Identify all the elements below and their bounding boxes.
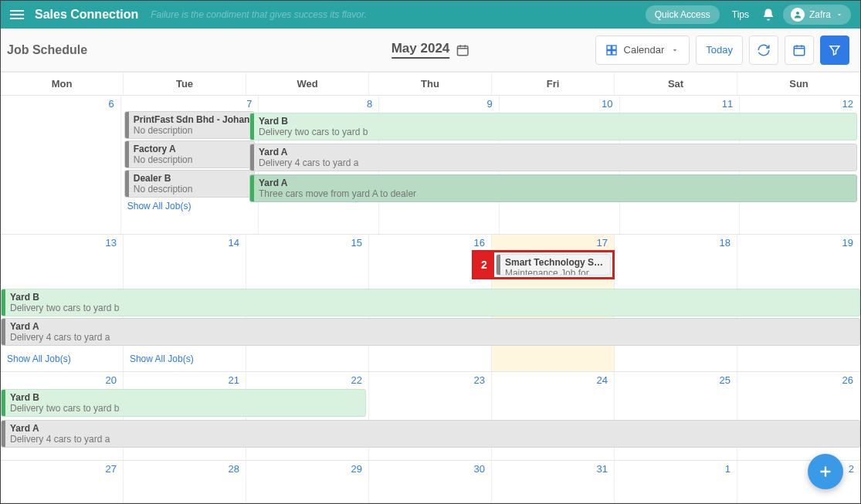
date-number: 26 [842, 374, 853, 386]
calendar-cell[interactable]: 7 PrintFast Sdn Bhd - JohanNo descriptio… [121, 96, 259, 234]
date-number: 9 [487, 98, 493, 110]
event-desc: Delivery two cars to yard b [10, 403, 361, 414]
svg-rect-2 [607, 46, 611, 49]
add-job-fab[interactable] [808, 454, 843, 489]
day-header: Fri [492, 73, 615, 95]
svg-rect-5 [612, 50, 615, 54]
calendar-cell[interactable]: 29 [246, 461, 369, 502]
svg-rect-3 [612, 46, 615, 49]
calendar-week-row: 13 14 15 16 17 18 19 2 Smart Technology … [1, 235, 860, 372]
date-number: 25 [720, 374, 730, 386]
brand: Sales Connection [35, 8, 138, 22]
calendar-week-row: 27 28 29 30 31 1 2 [1, 461, 860, 503]
date-number: 1 [725, 463, 730, 475]
highlight-badge: 2 [474, 252, 494, 277]
job-event-span[interactable]: Yard BDelivery two cars to yard b [1, 289, 860, 316]
date-number: 28 [229, 463, 239, 475]
highlighted-job[interactable]: 2 Smart Technology Sdn B…Maintenance Job… [472, 250, 615, 279]
calendar-week-row: 6 7 PrintFast Sdn Bhd - JohanNo descript… [1, 96, 860, 235]
event-desc: Delivery two cars to yard b [259, 127, 852, 137]
filter-icon [828, 43, 842, 57]
date-number: 16 [474, 237, 485, 249]
user-menu[interactable]: Zafra [783, 5, 851, 25]
event-title: PrintFast Sdn Bhd - Johan [134, 114, 250, 125]
date-number: 13 [106, 237, 117, 249]
job-event-span[interactable]: Yard AThree cars move from yard A to dea… [249, 174, 857, 202]
date-number: 6 [108, 98, 114, 110]
bell-icon[interactable] [761, 8, 775, 22]
hamburger-icon[interactable] [10, 10, 24, 19]
job-event-span[interactable]: Yard ADelivery 4 cars to yard a [249, 144, 857, 171]
svg-rect-1 [458, 46, 469, 55]
calendar-body: 6 7 PrintFast Sdn Bhd - JohanNo descript… [1, 96, 860, 503]
show-all-link[interactable]: Show All Job(s) [7, 353, 71, 364]
date-number: 19 [842, 237, 853, 249]
page-title: Job Schedule [7, 43, 87, 57]
event-title: Yard A [259, 147, 852, 157]
tagline: Failure is the condiment that gives succ… [151, 9, 367, 20]
job-event-span[interactable]: Yard ADelivery 4 cars to yard a [1, 318, 860, 346]
calendar-cell[interactable]: 6 [1, 96, 121, 234]
calendar-icon [456, 43, 469, 57]
calendar-weekday-header: Mon Tue Wed Thu Fri Sat Sun [1, 72, 860, 96]
user-name: Zafra [809, 9, 831, 20]
calendar-cell[interactable]: 28 [124, 461, 246, 502]
show-all-link[interactable]: Show All Job(s) [130, 353, 194, 364]
job-event-span[interactable]: Yard ADelivery 4 cars to yard a [1, 420, 860, 448]
event-title: Dealer B [134, 173, 250, 184]
topbar: Sales Connection Failure is the condimen… [1, 1, 860, 29]
calendar-cell[interactable]: 30 [369, 461, 492, 502]
event-desc: Delivery 4 cars to yard a [10, 434, 855, 445]
show-all-link[interactable]: Show All Job(s) [127, 201, 253, 211]
svg-rect-6 [794, 46, 805, 55]
calendar-button[interactable] [785, 36, 814, 65]
day-header: Sun [737, 73, 860, 95]
date-number: 14 [229, 237, 239, 249]
job-event-span[interactable]: Yard BDelivery two cars to yard b [1, 389, 366, 417]
tips-button[interactable]: Tips [727, 5, 754, 24]
event-title: Yard B [10, 392, 361, 403]
event-desc: Maintenance Job for mac… [505, 268, 605, 276]
month-picker[interactable]: May 2024 [392, 41, 470, 59]
chevron-down-icon [836, 11, 843, 19]
event-desc: Delivery 4 cars to yard a [10, 332, 855, 343]
quick-access-button[interactable]: Quick Access [646, 5, 720, 24]
date-number: 2 [849, 463, 854, 475]
event-title: Smart Technology Sdn B… [505, 257, 605, 268]
event-title: Yard B [10, 292, 855, 303]
job-event[interactable]: Factory ANo description [124, 140, 256, 168]
job-event[interactable]: Dealer BNo description [124, 170, 256, 198]
calendar-week-row: 20 21 22 23 24 25 26 Yard BDelivery two … [1, 372, 860, 461]
date-number: 23 [474, 374, 485, 386]
day-header: Tue [124, 73, 246, 95]
date-number: 10 [602, 98, 612, 110]
event-desc: Three cars move from yard A to dealer [259, 188, 852, 199]
event-desc: Delivery 4 cars to yard a [259, 157, 852, 168]
date-number: 24 [597, 374, 608, 386]
job-event[interactable]: PrintFast Sdn Bhd - JohanNo description [124, 111, 256, 139]
view-selector[interactable]: Calendar [595, 36, 690, 65]
event-desc: No description [134, 125, 250, 136]
date-number: 11 [722, 98, 733, 110]
date-number: 7 [246, 98, 252, 110]
day-header: Thu [369, 73, 492, 95]
date-number: 29 [351, 463, 362, 475]
job-event-span[interactable]: Yard BDelivery two cars to yard b [249, 113, 857, 140]
chevron-down-icon [670, 46, 680, 55]
event-title: Yard A [10, 423, 855, 434]
toolbar: Job Schedule May 2024 Calendar Today [1, 29, 860, 72]
date-number: 21 [229, 374, 239, 386]
calendar-icon [792, 43, 806, 57]
refresh-button[interactable] [749, 36, 778, 65]
calendar-cell[interactable]: 1 [615, 461, 737, 502]
calendar-cell[interactable]: 31 [492, 461, 615, 502]
filter-button[interactable] [820, 36, 849, 65]
day-header: Sat [615, 73, 737, 95]
today-button[interactable]: Today [696, 36, 743, 65]
refresh-icon [757, 43, 771, 57]
view-label: Calendar [624, 44, 665, 56]
event-desc: No description [134, 154, 250, 165]
plus-icon [817, 463, 834, 480]
calendar-cell[interactable]: 27 [1, 461, 124, 502]
event-title: Factory A [134, 144, 250, 154]
